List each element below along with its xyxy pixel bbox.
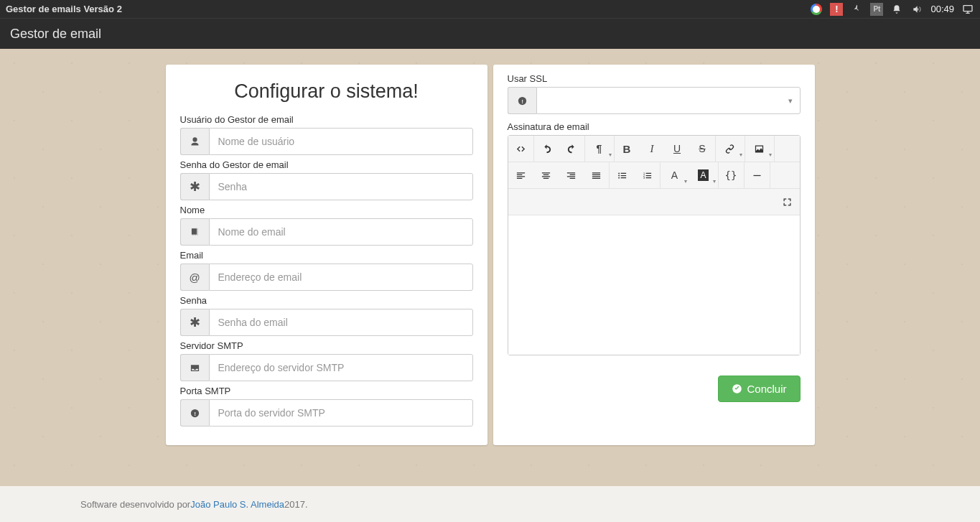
image-icon[interactable]: ▾: [745, 136, 774, 162]
svg-point-7: [618, 174, 620, 176]
svg-text:!: !: [521, 98, 523, 104]
os-titlebar: Gestor de emails Versão 2 ! Pt 00:49: [0, 0, 980, 18]
underline-icon[interactable]: U: [665, 136, 690, 162]
system-tray: ! Pt 00:49: [810, 3, 974, 16]
align-left-icon[interactable]: [508, 162, 533, 188]
language-indicator[interactable]: Pt: [870, 3, 883, 16]
font-color-icon[interactable]: A▾: [661, 162, 689, 188]
alert-icon[interactable]: !: [830, 3, 843, 16]
svg-point-6: [618, 172, 620, 174]
book-icon: [180, 218, 209, 246]
editor-content[interactable]: [508, 215, 800, 355]
paragraph-icon[interactable]: ¶▾: [585, 136, 614, 162]
pin-icon[interactable]: [850, 3, 863, 16]
panel-title: Configurar o sistema!: [180, 80, 473, 103]
align-justify-icon[interactable]: [584, 162, 609, 188]
asterisk-icon: ✱: [180, 309, 209, 336]
monitor-icon[interactable]: [961, 3, 974, 16]
emailpass-input[interactable]: [209, 309, 473, 336]
codeview-icon[interactable]: [508, 136, 533, 162]
fullscreen-icon[interactable]: [775, 189, 800, 215]
svg-rect-12: [753, 174, 760, 175]
submit-label: Concluir: [747, 383, 786, 395]
label-port: Porta SMTP: [180, 386, 473, 396]
footer-author-link[interactable]: João Paulo S. Almeida: [190, 499, 284, 510]
link-icon[interactable]: ▾: [716, 136, 745, 162]
svg-rect-0: [963, 5, 972, 11]
info-icon: !: [508, 87, 536, 114]
port-input[interactable]: [209, 399, 473, 427]
volume-icon[interactable]: [910, 3, 923, 16]
redo-icon[interactable]: [559, 136, 584, 162]
bg-color-icon[interactable]: A▾: [689, 162, 718, 188]
label-email: Email: [180, 250, 473, 261]
undo-icon[interactable]: [534, 136, 559, 162]
config-panel-right: Usar SSL ! Assinatura de email: [493, 65, 815, 445]
label-name: Nome: [180, 205, 473, 215]
ssl-select[interactable]: [536, 87, 801, 114]
app-header: Gestor de email: [0, 18, 980, 49]
strikethrough-icon[interactable]: S: [690, 136, 715, 162]
svg-point-8: [618, 177, 620, 178]
label-ssl: Usar SSL: [508, 73, 801, 84]
config-panel-left: Configurar o sistema! Usuário do Gestor …: [166, 65, 487, 445]
bell-icon[interactable]: [890, 3, 903, 16]
inbox-icon: [180, 354, 209, 381]
align-center-icon[interactable]: [533, 162, 559, 188]
check-circle-icon: [732, 383, 742, 394]
list-ul-icon[interactable]: [610, 162, 635, 188]
label-password: Senha do Gestor de email: [180, 159, 473, 170]
svg-rect-1: [192, 228, 197, 234]
align-right-icon[interactable]: [559, 162, 584, 188]
app-title: Gestor de email: [10, 27, 101, 42]
footer: Software desenvolvido por João Paulo S. …: [0, 486, 980, 522]
svg-text:!: !: [194, 410, 196, 416]
bold-icon[interactable]: B: [615, 136, 640, 162]
at-icon: @: [180, 264, 209, 291]
info-icon: !: [180, 399, 209, 427]
svg-text:3: 3: [643, 176, 644, 179]
user-icon: [180, 128, 209, 155]
content-area: Configurar o sistema! Usuário do Gestor …: [0, 49, 980, 486]
footer-suffix: 2017.: [284, 499, 308, 510]
label-user: Usuário do Gestor de email: [180, 114, 473, 125]
editor-toolbar: ¶▾ B I U S ▾ ▾: [508, 136, 800, 215]
label-smtp: Servidor SMTP: [180, 340, 473, 351]
email-input[interactable]: [209, 264, 473, 291]
submit-button[interactable]: Concluir: [718, 376, 800, 402]
window-title: Gestor de emails Versão 2: [6, 4, 122, 14]
code-braces-icon[interactable]: {}: [719, 162, 744, 188]
smtp-input[interactable]: [209, 354, 473, 381]
password-input[interactable]: [209, 173, 473, 200]
label-emailpass: Senha: [180, 295, 473, 306]
signature-editor: ¶▾ B I U S ▾ ▾: [508, 135, 801, 355]
user-input[interactable]: [209, 128, 473, 155]
label-signature: Assinatura de email: [508, 121, 801, 132]
asterisk-icon: ✱: [180, 173, 209, 200]
footer-prefix: Software desenvolvido por: [80, 499, 190, 510]
italic-icon[interactable]: I: [640, 136, 665, 162]
list-ol-icon[interactable]: 123: [635, 162, 660, 188]
clock: 00:49: [930, 4, 954, 14]
hr-icon[interactable]: [745, 162, 770, 188]
chrome-icon[interactable]: [810, 3, 823, 16]
name-input[interactable]: [209, 218, 473, 246]
